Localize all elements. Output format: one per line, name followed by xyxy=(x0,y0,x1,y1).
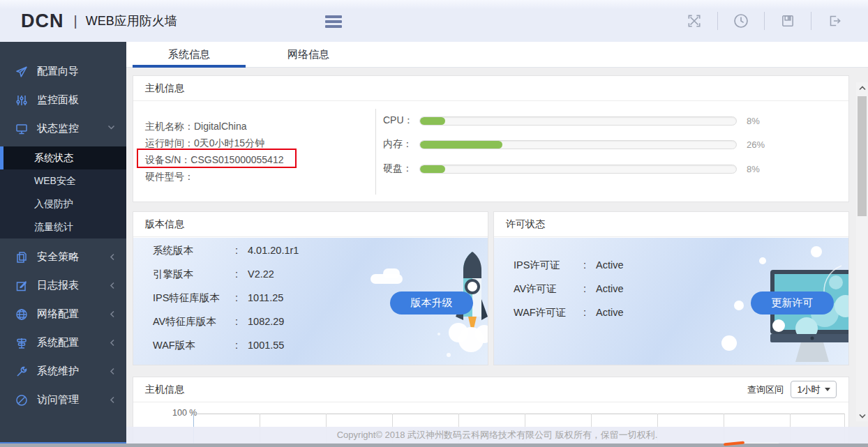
version-info-panel: 版本信息 xyxy=(133,211,488,365)
logout-icon[interactable] xyxy=(826,13,843,29)
sidebar-item-log-report[interactable]: 日志报表 xyxy=(0,271,126,300)
license-row: WAF许可证:Active xyxy=(514,301,624,324)
tab-system-info[interactable]: 系统信息 xyxy=(133,42,246,67)
expand-icon[interactable] xyxy=(686,13,703,29)
hamburger-icon[interactable] xyxy=(325,15,342,27)
sidebar-item-label: 系统配置 xyxy=(37,336,79,349)
sidebar-item-label: 状态监控 xyxy=(37,122,79,135)
paper-plane-icon xyxy=(15,66,28,78)
hardware-model-row: 硬件型号： xyxy=(145,168,283,185)
version-row: 系统版本:4.01.20.1r1 xyxy=(153,238,299,262)
license-rows: IPS许可证:Active AV许可证:Active WAF许可证:Active xyxy=(514,253,624,324)
version-panel-title: 版本信息 xyxy=(133,212,488,237)
header-actions xyxy=(686,0,843,42)
monitor-illustration xyxy=(758,264,848,365)
tab-bar: 系统信息 网络信息 xyxy=(126,42,868,68)
panel-title-text: 版本信息 xyxy=(145,212,476,236)
version-row: 引擎版本:V2.22 xyxy=(153,262,299,286)
uptime-row: 运行时间：0天0小时15分钟 xyxy=(145,135,283,151)
clock-icon[interactable] xyxy=(733,13,749,29)
chevron-left-icon xyxy=(110,339,115,347)
sidebar-subitem-web-security[interactable]: WEB安全 xyxy=(0,169,126,192)
sidebar-item-label: 系统维护 xyxy=(37,365,79,378)
chevron-left-icon xyxy=(110,396,115,404)
vertical-scrollbar[interactable] xyxy=(856,82,868,421)
status-monitor-submenu: 系统状态 WEB安全 入侵防护 流量统计 xyxy=(0,146,126,238)
sidebar-item-network-config[interactable]: 网络配置 xyxy=(0,300,126,328)
header-divider xyxy=(811,12,811,30)
main-content: 主机信息 主机名称：DigitalChina 运行时间：0天0小时15分钟 设备… xyxy=(126,68,868,447)
dot-shape xyxy=(734,301,744,310)
tab-network-info[interactable]: 网络信息 xyxy=(252,42,365,67)
dcn-logo: DCN xyxy=(21,10,64,32)
cpu-percent-label: 8% xyxy=(747,116,760,126)
chart-panel-title: 主机信息 查询区间 1小时 xyxy=(133,377,848,402)
version-row: WAF版本:1001.55 xyxy=(153,333,299,357)
sidebar-item-status-monitor[interactable]: 状态监控 xyxy=(0,114,126,143)
host-info-panel: 主机信息 主机名称：DigitalChina 运行时间：0天0小时15分钟 设备… xyxy=(133,75,849,202)
wrench-icon xyxy=(15,365,28,378)
sidebar-item-label: 访问管理 xyxy=(37,393,79,407)
scrollbar-thumb[interactable] xyxy=(858,96,867,216)
sidebar-subitem-system-status[interactable]: 系统状态 xyxy=(0,146,126,169)
logo-separator: | xyxy=(74,13,77,29)
dot-shape xyxy=(721,335,737,351)
query-range-select[interactable]: 1小时 xyxy=(791,381,837,398)
sidebar-item-config-wizard[interactable]: 配置向导 xyxy=(0,57,126,86)
scroll-down-arrow[interactable] xyxy=(856,410,868,421)
save-icon[interactable] xyxy=(779,13,796,29)
scroll-up-arrow[interactable] xyxy=(856,82,868,93)
dot-shape xyxy=(759,257,766,264)
memory-percent-label: 26% xyxy=(747,139,765,150)
chevron-left-icon xyxy=(110,282,115,289)
sidebar-subitem-traffic-stats[interactable]: 流量统计 xyxy=(0,215,126,238)
signpost-icon xyxy=(15,337,28,349)
host-panel-divider xyxy=(375,109,376,195)
query-range-label: 查询区间 xyxy=(747,377,784,402)
host-name-row: 主机名称：DigitalChina xyxy=(145,118,283,135)
sidebar-item-system-maintenance[interactable]: 系统维护 xyxy=(0,357,126,386)
monitor-icon xyxy=(15,123,28,135)
disk-progress-bar xyxy=(419,165,737,174)
sidebar-item-label: 网络配置 xyxy=(37,308,79,321)
panel-title-text: 许可状态 xyxy=(506,212,837,236)
edit-icon xyxy=(15,280,28,292)
caret-down-icon xyxy=(825,388,830,391)
document-icon xyxy=(15,251,28,264)
disk-meter-row: 硬盘： 8% xyxy=(383,159,837,179)
sidebar-item-monitor-panel[interactable]: 监控面板 xyxy=(0,86,126,114)
page: DCN | WEB应用防火墙 xyxy=(0,0,868,447)
cloud-shape xyxy=(383,268,400,278)
chart-top-gridline xyxy=(193,414,845,414)
sidebar: 配置向导 监控面板 状态监控 系统状态 WEB xyxy=(0,42,126,447)
version-upgrade-button[interactable]: 版本升级 xyxy=(390,291,473,315)
disk-percent-label: 8% xyxy=(747,164,760,174)
update-license-button[interactable]: 更新许可 xyxy=(751,291,834,315)
license-panel-title: 许可状态 xyxy=(494,212,848,237)
sidebar-item-system-config[interactable]: 系统配置 xyxy=(0,328,126,357)
sidebar-item-security-policy[interactable]: 安全策略 xyxy=(0,243,126,271)
memory-meter-row: 内存： 26% xyxy=(383,135,837,154)
sidebar-subitem-intrusion-prevention[interactable]: 入侵防护 xyxy=(0,192,126,215)
sidebar-item-access-management[interactable]: 访问管理 xyxy=(0,386,126,414)
version-row: AV特征库版本:1082.29 xyxy=(153,310,299,333)
header-divider xyxy=(717,12,718,30)
globe-icon xyxy=(15,308,28,321)
version-rows: 系统版本:4.01.20.1r1 引擎版本:V2.22 IPS特征库版本:101… xyxy=(153,238,299,357)
memory-progress-bar xyxy=(419,140,737,149)
license-status-panel: 许可状态 xyxy=(493,211,849,365)
chevron-left-icon xyxy=(110,368,115,375)
panel-title-text: 主机信息 xyxy=(145,76,837,100)
header: DCN | WEB应用防火墙 xyxy=(0,0,868,42)
license-row: AV许可证:Active xyxy=(514,277,624,301)
header-divider xyxy=(764,12,765,30)
app-title: WEB应用防火墙 xyxy=(86,13,177,29)
chevron-down-icon xyxy=(107,125,115,130)
copyright-text: Copyright© 2018 武汉神州数码云科网络技术有限公司 版权所有，保留… xyxy=(337,430,658,440)
serial-number-row: 设备S/N：CSGS015000055412 xyxy=(145,151,283,168)
chevron-left-icon xyxy=(110,253,115,261)
sidebar-item-label: 监控面板 xyxy=(37,93,79,107)
version-row: IPS特征库版本:1011.25 xyxy=(153,286,299,310)
block-icon xyxy=(15,394,28,407)
cpu-meter-row: CPU： 8% xyxy=(383,111,837,130)
